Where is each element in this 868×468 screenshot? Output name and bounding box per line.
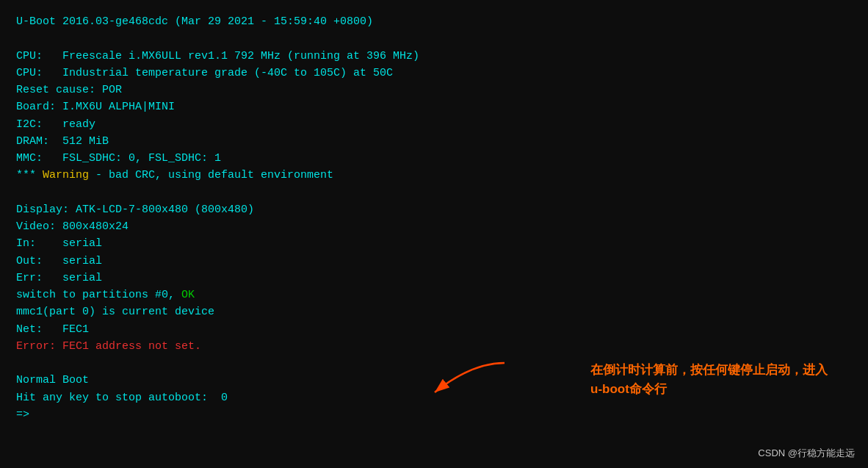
terminal-line: => — [16, 406, 852, 423]
annotation-container: 在倒计时计算前，按任何键停止启动，进入 u-boot命令行 — [590, 361, 828, 398]
terminal-line: mmc1(part 0) is current device — [16, 303, 852, 320]
terminal-text-segment: DRAM: 512 MiB — [16, 135, 109, 148]
terminal-line: CPU: Freescale i.MX6ULL rev1.1 792 MHz (… — [16, 48, 852, 65]
terminal-text-segment: Warning — [43, 169, 89, 181]
terminal-text-segment: U-Boot 2016.03-ge468cdc (Mar 29 2021 - 1… — [16, 15, 373, 28]
terminal-line: CPU: Industrial temperature grade (-40C … — [16, 65, 852, 82]
terminal-text-segment: Hit any key to stop autoboot: 0 — [16, 392, 228, 404]
terminal-text-segment: Video: 800x480x24 — [16, 220, 129, 233]
terminal-line: Err: serial — [16, 270, 852, 287]
terminal-text-segment: Out: serial — [16, 255, 102, 267]
terminal-text-segment: Err: serial — [16, 272, 102, 284]
terminal-line: Video: 800x480x24 — [16, 218, 852, 235]
terminal-text-segment: Net: FEC1 — [16, 323, 89, 336]
terminal-text-segment: => — [16, 408, 29, 421]
arrow-icon — [413, 356, 508, 403]
terminal-line: DRAM: 512 MiB — [16, 133, 852, 150]
terminal-line: I2C: ready — [16, 116, 852, 133]
terminal-text-segment: CPU: Industrial temperature grade (-40C … — [16, 67, 393, 79]
terminal-line: U-Boot 2016.03-ge468cdc (Mar 29 2021 - 1… — [16, 13, 852, 30]
terminal-text-segment: *** — [16, 169, 43, 181]
terminal-text-segment: Error: FEC1 address not set. — [16, 340, 201, 353]
terminal-line: Net: FEC1 — [16, 321, 852, 338]
terminal-line: MMC: FSL_SDHC: 0, FSL_SDHC: 1 — [16, 150, 852, 167]
terminal-line: Reset cause: POR — [16, 82, 852, 98]
terminal-text-segment: switch to partitions #0, — [16, 289, 181, 301]
terminal-text-segment: CPU: Freescale i.MX6ULL rev1.1 792 MHz (… — [16, 50, 419, 62]
terminal-text-segment: I2C: ready — [16, 118, 95, 131]
terminal-text-segment: MMC: FSL_SDHC: 0, FSL_SDHC: 1 — [16, 152, 221, 165]
terminal-line: In: serial — [16, 235, 852, 252]
terminal-text-segment: Reset cause: POR — [16, 84, 122, 96]
terminal-line: Error: FEC1 address not set. — [16, 338, 852, 355]
annotation-text: 在倒计时计算前，按任何键停止启动，进入 u-boot命令行 — [590, 361, 828, 398]
terminal-line: Out: serial — [16, 253, 852, 270]
terminal-line — [16, 184, 852, 201]
terminal: U-Boot 2016.03-ge468cdc (Mar 29 2021 - 1… — [0, 0, 868, 468]
terminal-text-segment: In: serial — [16, 237, 102, 250]
terminal-text-segment: mmc1(part 0) is current device — [16, 306, 214, 318]
terminal-line: *** Warning - bad CRC, using default env… — [16, 167, 852, 184]
terminal-text-segment: OK — [181, 289, 195, 301]
terminal-line — [16, 30, 852, 47]
terminal-line: switch to partitions #0, OK — [16, 287, 852, 303]
terminal-text-segment: Display: ATK-LCD-7-800x480 (800x480) — [16, 204, 254, 216]
terminal-text-segment: - bad CRC, using default environment — [89, 169, 333, 181]
terminal-line: Display: ATK-LCD-7-800x480 (800x480) — [16, 201, 852, 218]
terminal-line: Board: I.MX6U ALPHA|MINI — [16, 98, 852, 115]
terminal-text-segment: Normal Boot — [16, 374, 89, 386]
terminal-text-segment: Board: I.MX6U ALPHA|MINI — [16, 101, 175, 113]
csdn-label: CSDN @行稳方能走远 — [758, 446, 855, 461]
